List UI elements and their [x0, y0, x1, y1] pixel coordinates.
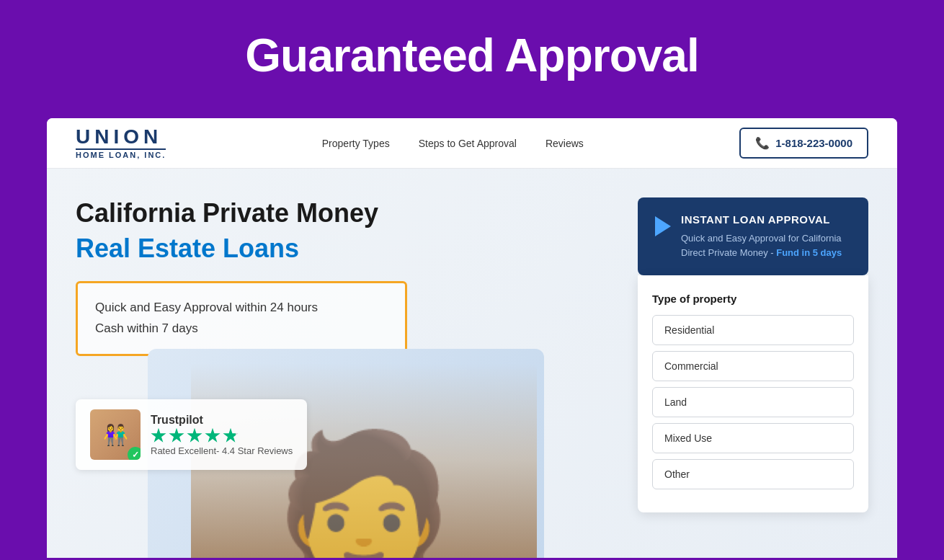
info-text: Quick and Easy Approval within 24 hours … — [95, 298, 388, 339]
info-box: Quick and Easy Approval within 24 hours … — [76, 281, 407, 356]
property-form: Type of property Residential Commercial … — [638, 275, 868, 512]
star-4 — [205, 428, 221, 444]
hero-title-line1: California Private Money — [76, 197, 616, 228]
option-residential[interactable]: Residential — [652, 315, 854, 345]
trustpilot-text: Trustpilot Rated Excellent- 4.4 Star Rev… — [151, 414, 293, 456]
left-column: California Private Money Real Estate Loa… — [76, 197, 616, 558]
top-banner: Guaranteed Approval — [0, 0, 944, 118]
info-line2: Cash within 7 days — [95, 321, 198, 335]
star-1 — [151, 428, 166, 444]
option-land[interactable]: Land — [652, 387, 854, 417]
nav-links: Property Types Steps to Get Approval Rev… — [322, 138, 584, 149]
star-3 — [187, 428, 202, 444]
check-badge: ✓ — [128, 447, 141, 460]
instant-heading: INSTANT LOAN APPROVAL — [681, 213, 851, 226]
property-type-label: Type of property — [652, 293, 854, 305]
phone-number: 1-818-223-0000 — [775, 137, 852, 149]
logo-sub-text: HOME LOAN, INC. — [76, 148, 166, 159]
instant-highlight: Fund in 5 days — [776, 247, 842, 258]
option-mixed-use[interactable]: Mixed Use — [652, 423, 854, 453]
main-content: California Private Money Real Estate Loa… — [47, 169, 897, 558]
content-card: UNION HOME LOAN, INC. Property Types Ste… — [47, 118, 897, 558]
nav-property-types[interactable]: Property Types — [322, 138, 390, 149]
hero-title-line2: Real Estate Loans — [76, 233, 616, 264]
instant-description: Quick and Easy Approval for California D… — [681, 231, 851, 259]
right-column: INSTANT LOAN APPROVAL Quick and Easy App… — [638, 197, 868, 558]
star-rating — [151, 428, 293, 444]
option-other[interactable]: Other — [652, 459, 854, 489]
instant-approval-card: INSTANT LOAN APPROVAL Quick and Easy App… — [638, 197, 868, 275]
logo-union-text: UNION — [76, 127, 166, 147]
navbar: UNION HOME LOAN, INC. Property Types Ste… — [47, 118, 897, 169]
info-line1: Quick and Easy Approval within 24 hours — [95, 301, 318, 314]
phone-icon: 📞 — [755, 136, 770, 150]
option-commercial[interactable]: Commercial — [652, 351, 854, 381]
play-icon — [655, 216, 671, 236]
nav-reviews[interactable]: Reviews — [546, 138, 584, 149]
trustpilot-brand: Trustpilot — [151, 414, 293, 427]
logo: UNION HOME LOAN, INC. — [76, 127, 166, 159]
star-2 — [169, 428, 184, 444]
instant-text: INSTANT LOAN APPROVAL Quick and Easy App… — [681, 213, 851, 259]
page-title: Guaranteed Approval — [14, 29, 930, 82]
thumbnail: 👫 ✓ — [90, 409, 141, 460]
phone-button[interactable]: 📞 1-818-223-0000 — [739, 128, 868, 159]
trustpilot-rating-text: Rated Excellent- 4.4 Star Reviews — [151, 445, 293, 456]
trustpilot-box: 👫 ✓ Trustpilot Rated Excell — [76, 399, 307, 470]
star-5-partial — [223, 428, 239, 444]
nav-steps[interactable]: Steps to Get Approval — [419, 138, 517, 149]
